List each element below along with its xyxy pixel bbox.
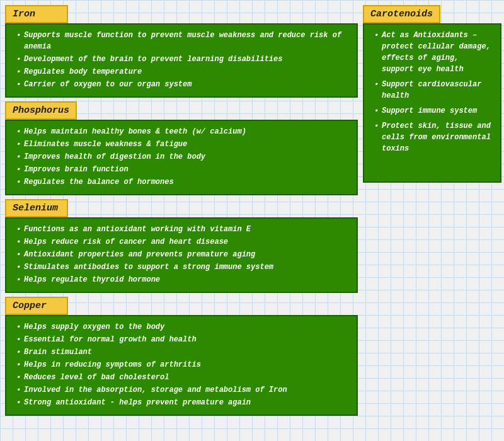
selenium-list: Functions as an antioxidant working with…: [14, 224, 349, 285]
copper-content-box: Helps supply oxygen to the bodyEssential…: [5, 315, 358, 416]
selenium-content-box: Functions as an antioxidant working with…: [5, 217, 358, 293]
list-item: Eliminates muscle weakness & fatigue: [14, 139, 349, 150]
carotenoids-section: Carotenoids Act as Antioxidants – protec…: [363, 5, 501, 164]
carotenoids-content-box: Act as Antioxidants – protect cellular d…: [363, 23, 501, 183]
left-column: Iron Supports muscle function to prevent…: [5, 5, 358, 416]
list-item: Involved in the absorption, storage and …: [14, 384, 349, 396]
list-item: Essential for normal growth and health: [14, 334, 349, 345]
phosphorus-section: Phosphorus Helps maintain healthy bones …: [5, 101, 358, 195]
list-item: Helps supply oxygen to the body: [14, 321, 349, 333]
iron-section: Iron Supports muscle function to prevent…: [5, 5, 358, 98]
list-item: Support immune system: [372, 105, 493, 117]
iron-title: Iron: [5, 5, 68, 23]
list-item: Functions as an antioxidant working with…: [14, 224, 349, 235]
list-item: Helps regulate thyroid hormone: [14, 274, 349, 285]
copper-title: Copper: [5, 297, 68, 315]
list-item: Carrier of oxygen to our organ system: [14, 79, 349, 90]
list-item: Development of the brain to prevent lear…: [14, 54, 349, 65]
carotenoids-list: Act as Antioxidants – protect cellular d…: [372, 30, 493, 154]
phosphorus-list: Helps maintain healthy bones & teeth (w/…: [14, 126, 349, 188]
phosphorus-title: Phosphorus: [5, 101, 77, 120]
right-column: Carotenoids Act as Antioxidants – protec…: [363, 5, 501, 416]
selenium-title: Selenium: [5, 199, 68, 217]
iron-list: Supports muscle function to prevent musc…: [14, 30, 349, 90]
list-item: Reduces level of bad cholesterol: [14, 372, 349, 383]
list-item: Regulates body temperature: [14, 66, 349, 77]
copper-list: Helps supply oxygen to the bodyEssential…: [14, 321, 349, 408]
list-item: Antioxidant properties and prevents prem…: [14, 249, 349, 260]
list-item: Improves brain function: [14, 164, 349, 175]
list-item: Strong antioxidant - helps prevent prema…: [14, 397, 349, 408]
selenium-section: Selenium Functions as an antioxidant wor…: [5, 199, 358, 293]
list-item: Act as Antioxidants – protect cellular d…: [372, 30, 493, 75]
copper-section: Copper Helps supply oxygen to the bodyEs…: [5, 297, 358, 416]
list-item: Regulates the balance of hormones: [14, 176, 349, 188]
iron-content-box: Supports muscle function to prevent musc…: [5, 23, 358, 98]
carotenoids-title: Carotenoids: [363, 5, 440, 23]
list-item: Improves health of digestion in the body: [14, 151, 349, 163]
list-item: Stimulates antibodies to support a stron…: [14, 261, 349, 273]
phosphorus-content-box: Helps maintain healthy bones & teeth (w/…: [5, 120, 358, 195]
list-item: Helps maintain healthy bones & teeth (w/…: [14, 126, 349, 137]
list-item: Brain stimulant: [14, 346, 349, 358]
list-item: Helps in reducing symptoms of arthritis: [14, 359, 349, 370]
list-item: Support cardiovascular health: [372, 79, 493, 101]
list-item: Helps reduce risk of cancer and heart di…: [14, 236, 349, 248]
list-item: Protect skin, tissue and cells from envi…: [372, 120, 493, 154]
list-item: Supports muscle function to prevent musc…: [14, 30, 349, 52]
